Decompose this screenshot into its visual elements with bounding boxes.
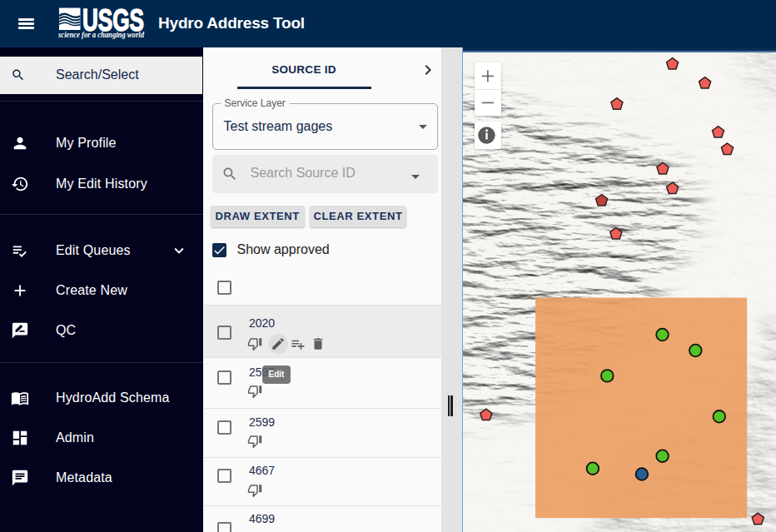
- svg-text:science for a changing world: science for a changing world: [58, 31, 144, 39]
